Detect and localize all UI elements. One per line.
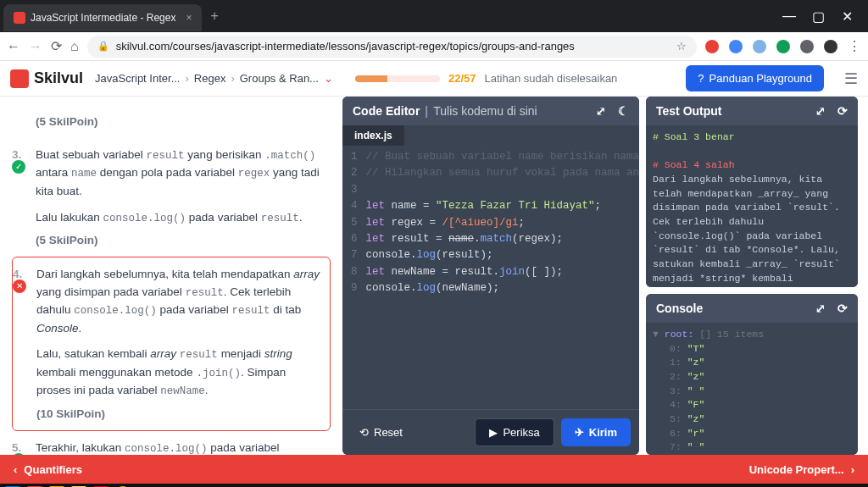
star-icon[interactable]: ☆: [676, 40, 687, 53]
ext-icon[interactable]: [824, 40, 837, 53]
check-icon: ✓: [12, 160, 25, 174]
breadcrumb: JavaScript Inter... › Regex › Groups & R…: [95, 72, 333, 85]
check-button[interactable]: ▶ Periksa: [475, 418, 554, 446]
step-text: Terakhir, lakukan console.log() pada var…: [36, 440, 324, 455]
tab-close-icon[interactable]: ×: [186, 12, 192, 24]
close-window-icon[interactable]: ✕: [839, 8, 854, 25]
chevron-right-icon: ›: [231, 72, 234, 85]
test-fail-line: # Soal 4 salah: [653, 158, 851, 173]
guide-button[interactable]: ? Panduan Playground: [686, 65, 824, 91]
step-extra: Lalu lakukan console.log() pada variabel…: [36, 209, 324, 227]
progress-label: Latihan sudah diselesaikan: [485, 72, 618, 85]
ext-icon[interactable]: [753, 40, 766, 53]
console-body: ▼ root: [] 15 items 0: "T"1: "z"2: "z"3:…: [646, 323, 858, 455]
question-icon: ?: [698, 72, 704, 85]
brand-logo[interactable]: Skilvul: [10, 69, 83, 88]
back-icon[interactable]: ←: [7, 39, 20, 54]
console-header: Console ⤢ ⟳: [646, 294, 858, 323]
logo-icon: [10, 69, 29, 88]
breadcrumb-item[interactable]: Groups & Ran...: [240, 72, 319, 85]
error-icon: ✕: [13, 279, 26, 293]
step-4: 4. ✕ Dari langkah sebelumnya, kita telah…: [12, 257, 331, 431]
app-header: Skilvul JavaScript Inter... › Regex › Gr…: [0, 61, 868, 97]
send-button[interactable]: ✈ Kirim: [561, 418, 631, 446]
progress: 22/57 Latihan sudah diselesaikan: [355, 72, 617, 85]
ext-icon[interactable]: [705, 40, 719, 53]
play-icon: ▶: [489, 426, 498, 439]
code-content[interactable]: // Buat sebuah variabel name berisikan n…: [366, 149, 639, 406]
refresh-icon[interactable]: ⟳: [837, 302, 848, 315]
test-pass-line: # Soal 3 benar: [653, 130, 851, 145]
main-body: (5 SkilPoin) 3. ✓ Buat sebuah variabel r…: [0, 97, 868, 455]
url-field[interactable]: 🔒 skilvul.com/courses/javascript-interme…: [87, 36, 697, 58]
home-icon[interactable]: ⌂: [70, 39, 79, 54]
brand-name: Skilvul: [34, 69, 83, 87]
next-lesson-label: Unicode Propert...: [749, 463, 844, 476]
console-panel: Console ⤢ ⟳ ▼ root: [] 15 items 0: "T"1:…: [646, 294, 858, 455]
line-gutter: 123456789: [342, 149, 366, 406]
minimize-icon[interactable]: —: [782, 8, 797, 25]
step-text: Dari langkah sebelumnya, kita telah mend…: [36, 266, 323, 338]
lock-icon: 🔒: [97, 41, 109, 52]
maximize-icon[interactable]: ▢: [810, 8, 826, 25]
ext-icon[interactable]: [800, 40, 814, 53]
console-title: Console: [656, 302, 703, 315]
menu-icon[interactable]: ☰: [844, 69, 858, 88]
reset-button[interactable]: ⟲ Reset: [351, 418, 411, 446]
right-column: Test Output ⤢ ⟳ # Soal 3 benar # Soal 4 …: [646, 97, 858, 455]
chevron-right-icon: ›: [185, 72, 188, 85]
step-text: Buat sebuah variabel result yang berisik…: [36, 147, 324, 201]
editor-subtitle: Tulis kodemu di sini: [433, 104, 537, 118]
windows-taskbar: ˄ ☁ 📶 🔊 ENG 11.47 💬: [0, 484, 868, 487]
points-label: (5 SkilPoin): [36, 113, 324, 131]
ext-icon[interactable]: [776, 40, 790, 53]
editor-title: Code Editor: [353, 104, 420, 118]
reload-icon[interactable]: ⟳: [51, 38, 62, 54]
theme-icon[interactable]: ☾: [618, 104, 629, 118]
editor-footer: ⟲ Reset ▶ Periksa ✈ Kirim: [342, 409, 639, 455]
check-label: Periksa: [503, 426, 539, 439]
code-editor: Code Editor | Tulis kodemu di sini ⤢ ☾ i…: [342, 97, 639, 455]
step-fragment: (5 SkilPoin): [12, 100, 331, 138]
prev-lesson-label: Quantifiers: [24, 463, 82, 476]
test-output-header: Test Output ⤢ ⟳: [646, 97, 858, 125]
chevron-right-icon: ›: [851, 463, 854, 476]
test-output-panel: Test Output ⤢ ⟳ # Soal 3 benar # Soal 4 …: [646, 97, 858, 287]
breadcrumb-item[interactable]: Regex: [194, 72, 226, 85]
expand-icon[interactable]: ⤢: [815, 302, 826, 315]
new-tab-icon[interactable]: +: [210, 8, 218, 24]
ext-icon[interactable]: [729, 40, 743, 53]
progress-count: 22/57: [448, 72, 476, 85]
progress-bar: [355, 75, 440, 82]
browser-tab[interactable]: JavaScript Intermediate - Regex ×: [3, 4, 202, 31]
console-root: root:: [665, 329, 694, 340]
points-label: (5 SkilPoin): [36, 232, 324, 250]
chevron-down-icon[interactable]: ⌄: [324, 72, 333, 85]
next-lesson-link[interactable]: Unicode Propert... ›: [749, 463, 854, 476]
code-area[interactable]: 123456789 // Buat sebuah variabel name b…: [342, 146, 639, 409]
prev-lesson-link[interactable]: ‹ Quantifiers: [14, 463, 82, 476]
expand-icon[interactable]: ⤢: [596, 104, 606, 118]
file-tab[interactable]: index.js: [342, 125, 404, 146]
url-text: skilvul.com/courses/javascript-intermedi…: [116, 40, 575, 53]
expand-icon[interactable]: ⤢: [815, 104, 826, 118]
editor-header: Code Editor | Tulis kodemu di sini ⤢ ☾: [342, 97, 639, 125]
browser-url-bar: ← → ⟳ ⌂ 🔒 skilvul.com/courses/javascript…: [0, 32, 868, 61]
step-extra: Lalu, satukan kembali array result menja…: [36, 346, 323, 400]
test-output-title: Test Output: [656, 104, 722, 118]
chevron-left-icon: ‹: [14, 463, 17, 476]
browser-tab-strip: JavaScript Intermediate - Regex × + — ▢ …: [0, 0, 868, 32]
refresh-icon: ⟲: [359, 426, 369, 439]
breadcrumb-item[interactable]: JavaScript Inter...: [95, 72, 180, 85]
points-label: (10 SkilPoin): [36, 406, 323, 423]
extensions: ⋮: [705, 38, 861, 54]
refresh-icon[interactable]: ⟳: [837, 104, 848, 118]
forward-icon: →: [29, 39, 42, 54]
send-label: Kirim: [589, 426, 617, 439]
lesson-footer-nav: ‹ Quantifiers Unicode Propert... ›: [0, 455, 868, 484]
reset-label: Reset: [374, 426, 403, 439]
tab-title: JavaScript Intermediate - Regex: [31, 12, 175, 24]
chrome-menu-icon[interactable]: ⋮: [848, 38, 861, 54]
step-5: 5. ✓ Terakhir, lakukan console.log() pad…: [12, 431, 331, 455]
test-detail: Dari langkah sebelumnya, kita telah mend…: [653, 173, 851, 287]
